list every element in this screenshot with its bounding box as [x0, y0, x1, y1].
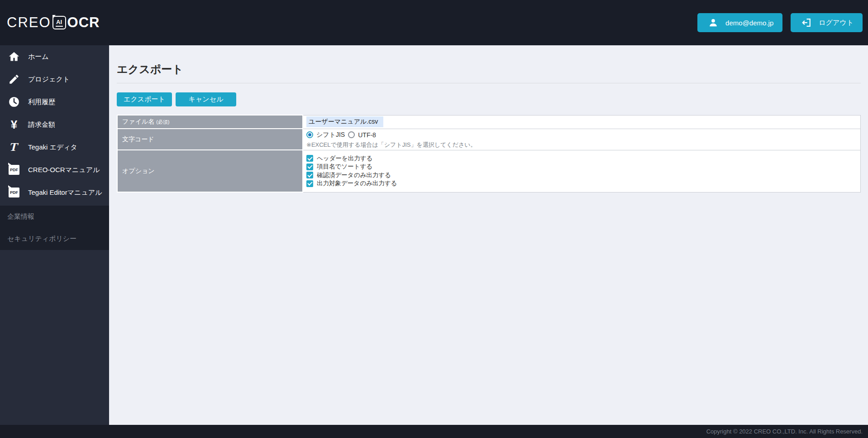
- tegaki-t-icon: T: [7, 141, 21, 153]
- logo-ai-text: AI: [56, 19, 62, 25]
- sidebar-item-label: プロジェクト: [28, 75, 70, 84]
- logout-label: ログアウト: [819, 19, 854, 27]
- sidebar-item-creo-ocr-manual[interactable]: PDF CREO-OCRマニュアル: [0, 159, 109, 181]
- export-button[interactable]: エクスポート: [117, 92, 172, 106]
- logo-ai-scan-icon: AI: [52, 16, 66, 29]
- checkbox-export-target-only[interactable]: [306, 180, 313, 187]
- pencil-icon: [7, 73, 21, 85]
- encoding-value-cell: シフトJIS UTF-8 ※EXCELで使用する場合は「シフトJIS」を選択して…: [303, 129, 861, 150]
- page-title: エクスポート: [117, 62, 861, 77]
- radio-utf8[interactable]: [348, 131, 355, 138]
- sidebar-item-label: CREO-OCRマニュアル: [28, 166, 100, 174]
- clock-icon: [7, 96, 21, 108]
- sidebar-item-label: セキュリティポリシー: [7, 235, 76, 243]
- main-content: エクスポート エクスポート キャンセル ファイル名 (必須): [109, 45, 868, 425]
- encoding-row: 文字コード シフトJIS UTF-8 ※EXCELで使用する場合は「シフトJIS…: [117, 129, 861, 150]
- required-note: (必須): [156, 119, 169, 125]
- title-divider: [117, 83, 861, 83]
- checkbox-row-export-target-only: 出力対象データのみ出力する: [306, 180, 857, 188]
- header-actions: demo@demo.jp ログアウト: [697, 13, 863, 32]
- sidebar-item-label: ホーム: [28, 53, 49, 61]
- checkbox-row-output-header: ヘッダーを出力する: [306, 155, 857, 163]
- top-header-bar: CREO AI OCR demo@demo.jp ログアウト: [0, 0, 868, 45]
- checkbox-row-sort-by-field: 項目名でソートする: [306, 163, 857, 171]
- checkbox-confirmed-only[interactable]: [306, 172, 313, 178]
- radio-utf8-label[interactable]: UTF-8: [358, 131, 376, 139]
- user-email-label: demo@demo.jp: [725, 19, 773, 27]
- sidebar-item-label: Tegaki Editorマニュアル: [28, 188, 102, 197]
- sidebar-item-billing[interactable]: ¥ 請求金額: [0, 113, 109, 136]
- checkbox-label[interactable]: 出力対象データのみ出力する: [317, 179, 397, 188]
- sidebar-item-projects[interactable]: プロジェクト: [0, 68, 109, 91]
- sidebar-nav: ホーム プロジェクト 利用履歴 ¥ 請求金額: [0, 45, 109, 425]
- sidebar-secondary-section: 企業情報 セキュリティポリシー: [0, 206, 109, 250]
- encoding-label-cell: 文字コード: [117, 129, 303, 150]
- logo-text-creo: CREO: [7, 14, 51, 31]
- footer-bar: Copyright © 2022 CREO CO.,LTD. Inc. All …: [0, 425, 868, 438]
- sidebar-item-label: 企業情報: [7, 212, 34, 221]
- export-settings-table: ファイル名 (必須) 文字コード シフトJIS: [117, 115, 861, 193]
- filename-input[interactable]: [306, 116, 383, 127]
- sidebar-item-label: 利用履歴: [28, 98, 55, 106]
- encoding-label: 文字コード: [122, 135, 154, 143]
- page: CREO AI OCR demo@demo.jp ログアウト: [0, 0, 868, 438]
- cancel-button[interactable]: キャンセル: [176, 92, 236, 106]
- encoding-radio-group: シフトJIS UTF-8: [306, 131, 857, 139]
- radio-shiftjis-label[interactable]: シフトJIS: [316, 131, 345, 139]
- filename-row: ファイル名 (必須): [117, 115, 861, 129]
- filename-label-cell: ファイル名 (必須): [117, 115, 303, 129]
- encoding-note: ※EXCELで使用する場合は「シフトJIS」を選択してください。: [306, 141, 857, 149]
- user-icon: [706, 18, 720, 28]
- sidebar-item-tegaki-editor[interactable]: T Tegaki エディタ: [0, 136, 109, 159]
- sidebar-item-home[interactable]: ホーム: [0, 45, 109, 68]
- sidebar-item-label: 請求金額: [28, 120, 55, 129]
- options-value-cell: ヘッダーを出力する 項目名でソートする 確認済データのみ出力する 出力: [303, 150, 861, 192]
- sidebar-item-security-policy[interactable]: セキュリティポリシー: [0, 228, 109, 250]
- body-row: ホーム プロジェクト 利用履歴 ¥ 請求金額: [0, 45, 868, 425]
- checkbox-label[interactable]: 項目名でソートする: [317, 163, 372, 171]
- app-logo[interactable]: CREO AI OCR: [7, 14, 100, 31]
- radio-shiftjis[interactable]: [306, 131, 313, 138]
- checkbox-label[interactable]: ヘッダーを出力する: [317, 154, 372, 163]
- yen-icon: ¥: [7, 119, 21, 130]
- options-label-cell: オプション: [117, 150, 303, 192]
- options-row: オプション ヘッダーを出力する 項目名でソートする: [117, 150, 861, 192]
- checkbox-sort-by-field[interactable]: [306, 164, 313, 170]
- pdf-icon: PDF: [7, 188, 21, 197]
- sidebar-item-label: Tegaki エディタ: [28, 143, 77, 152]
- sidebar-item-usage-history[interactable]: 利用履歴: [0, 91, 109, 113]
- checkbox-label[interactable]: 確認済データのみ出力する: [317, 171, 391, 179]
- logout-icon: [800, 18, 813, 28]
- logout-button[interactable]: ログアウト: [791, 13, 863, 32]
- toolbar: エクスポート キャンセル: [117, 92, 861, 106]
- copyright-text: Copyright © 2022 CREO CO.,LTD. Inc. All …: [706, 428, 863, 435]
- options-label: オプション: [122, 167, 155, 174]
- home-icon: [7, 51, 21, 63]
- filename-value-cell: [303, 115, 861, 129]
- checkbox-row-confirmed-only: 確認済データのみ出力する: [306, 172, 857, 179]
- filename-label: ファイル名: [122, 118, 154, 125]
- logo-ai-underline: [56, 26, 63, 27]
- logo-text-ocr: OCR: [67, 14, 100, 31]
- checkbox-output-header[interactable]: [306, 155, 313, 162]
- sidebar-item-company-info[interactable]: 企業情報: [0, 206, 109, 228]
- pdf-icon: PDF: [7, 165, 21, 175]
- sidebar-item-tegaki-editor-manual[interactable]: PDF Tegaki Editorマニュアル: [0, 181, 109, 204]
- user-account-button[interactable]: demo@demo.jp: [697, 13, 782, 32]
